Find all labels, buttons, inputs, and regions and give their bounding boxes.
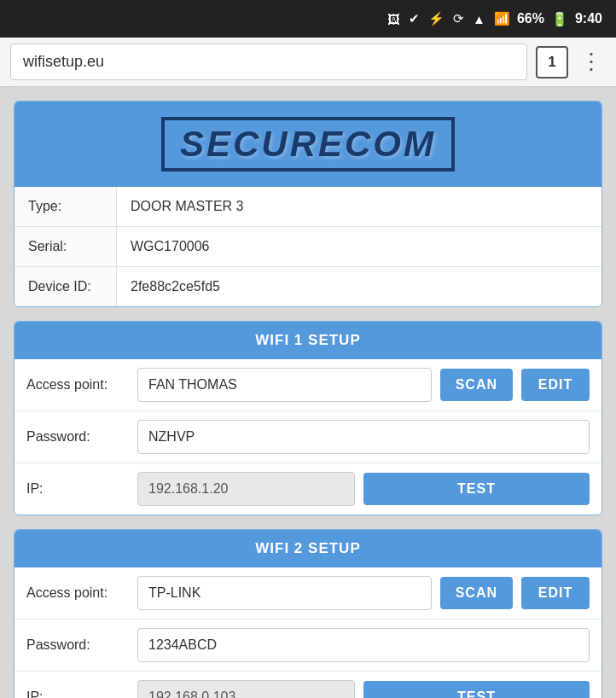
battery-percent: 66% [517,11,544,26]
type-value: DOOR MASTER 3 [117,187,601,226]
wifi-icon: ▲ [473,12,485,26]
wifi2-ip-input[interactable] [137,680,355,698]
check-icon: ✔ [409,11,420,26]
tab-count-button[interactable]: 1 [536,46,568,79]
wifi2-ip-row: IP: TEST [15,672,601,698]
wifi2-scan-button[interactable]: SCAN [440,577,513,609]
wifi2-test-button[interactable]: TEST [363,681,590,698]
browser-bar: 1 ⋮ [0,38,616,87]
type-row: Type: DOOR MASTER 3 [15,187,601,227]
wifi1-ip-input[interactable] [137,472,355,506]
image-icon: 🖼 [387,12,400,26]
bluetooth-icon: ⚡ [428,11,445,26]
status-right: 66% 🔋 9:40 [517,11,602,27]
wifi2-password-label: Password: [26,637,129,653]
wifi1-header: WIFI 1 SETUP [15,322,601,359]
status-icons: 🖼 ✔ ⚡ ⟳ ▲ 📶 [387,11,510,26]
wifi1-scan-button[interactable]: SCAN [440,369,513,401]
type-label: Type: [15,187,117,226]
signal-icon: 📶 [494,11,510,26]
rotation-icon: ⟳ [453,11,464,26]
wifi2-header: WIFI 2 SETUP [15,530,601,567]
wifi1-password-row: Password: [15,411,601,463]
wifi1-access-point-input[interactable] [137,368,432,402]
wifi1-test-button[interactable]: TEST [363,473,590,505]
wifi1-password-input[interactable] [137,420,590,454]
wifi1-password-label: Password: [26,429,129,445]
wifi2-access-point-label: Access point: [26,585,129,601]
status-bar: 🖼 ✔ ⚡ ⟳ ▲ 📶 66% 🔋 9:40 [0,0,616,38]
main-content: SECURECOM Type: DOOR MASTER 3 Serial: WG… [0,87,616,698]
serial-label: Serial: [15,227,117,266]
wifi2-access-point-input[interactable] [137,576,432,610]
device-id-value: 2fe88c2ce5fd5 [117,267,601,306]
browser-menu-button[interactable]: ⋮ [577,49,606,75]
device-info-card: SECURECOM Type: DOOR MASTER 3 Serial: WG… [14,101,602,307]
wifi1-access-point-label: Access point: [26,377,129,393]
wifi2-edit-button[interactable]: EDIT [521,577,590,609]
wifi1-access-point-row: Access point: SCAN EDIT [15,359,601,411]
securecom-logo: SECURECOM [161,117,455,172]
wifi1-ip-label: IP: [26,481,129,497]
wifi2-card: WIFI 2 SETUP Access point: SCAN EDIT Pas… [14,529,602,698]
battery-icon: 🔋 [551,11,568,27]
clock: 9:40 [575,11,602,26]
serial-row: Serial: WGC170006 [15,227,601,267]
securecom-header: SECURECOM [15,102,601,187]
wifi2-password-row: Password: [15,619,601,672]
wifi1-ip-row: IP: TEST [15,463,601,515]
wifi2-access-point-row: Access point: SCAN EDIT [15,567,601,619]
device-id-label: Device ID: [15,267,117,306]
wifi2-ip-label: IP: [26,689,129,698]
wifi1-edit-button[interactable]: EDIT [521,369,590,401]
info-table: Type: DOOR MASTER 3 Serial: WGC170006 De… [15,187,601,306]
serial-value: WGC170006 [117,227,601,266]
wifi1-card: WIFI 1 SETUP Access point: SCAN EDIT Pas… [14,321,602,515]
wifi2-password-input[interactable] [137,628,590,662]
url-input[interactable] [10,44,527,80]
device-id-row: Device ID: 2fe88c2ce5fd5 [15,267,601,306]
